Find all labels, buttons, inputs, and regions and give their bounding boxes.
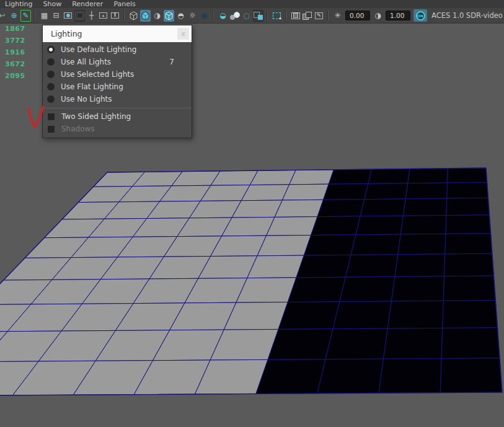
panel-menubar: LightingShowRendererPanels xyxy=(0,0,504,8)
field-chart-icon[interactable]: ┼ xyxy=(86,10,97,22)
color-management-toggle[interactable]: ON xyxy=(413,9,427,22)
lighting-dropdown-title: Lighting xyxy=(51,29,82,38)
radio-icon[interactable] xyxy=(47,95,55,103)
ssao-icon[interactable]: ◒ xyxy=(218,10,228,22)
motion-blur-icon[interactable] xyxy=(229,10,240,22)
menu-item-use-default-lighting[interactable]: Use Default Lighting xyxy=(43,43,192,56)
toolbar-separator xyxy=(266,11,269,20)
poly-count-value: 1867 xyxy=(5,23,25,35)
image-plane-icon[interactable] xyxy=(290,10,301,22)
poly-count-value: 3672 xyxy=(5,58,25,70)
menu-item-two-sided-lighting[interactable]: Two Sided Lighting xyxy=(43,110,192,123)
menu-separator xyxy=(43,108,192,108)
contrast-icon[interactable]: ◑ xyxy=(373,10,383,22)
poly-count-value: 3772 xyxy=(5,35,25,46)
pick-tool-icon[interactable]: ↩ xyxy=(0,10,7,22)
checkbox-icon[interactable] xyxy=(48,113,55,120)
use-default-material-icon[interactable] xyxy=(164,10,174,22)
wireframe-mode-icon[interactable] xyxy=(128,10,139,22)
menu-item-label: Use All Lights xyxy=(61,58,111,66)
panel-toolbar: ↩⊕✎▦⊟┼◑◓☼●◒◌✳0.00◑1.00ONACES 1.0 SDR-vid… xyxy=(0,8,504,24)
gate-mask-icon[interactable] xyxy=(74,10,85,22)
toolbar-separator xyxy=(212,11,215,20)
multisample-aa-icon[interactable] xyxy=(253,10,263,22)
zoom-track-tool-icon[interactable]: ⊕ xyxy=(9,10,19,22)
menu-show[interactable]: Show xyxy=(43,0,61,8)
menu-item-hotkey: 7 xyxy=(169,58,174,66)
menu-item-label: Two Sided Lighting xyxy=(61,112,131,121)
film-gate-icon[interactable]: ⊟ xyxy=(51,10,61,22)
lighting-dropdown: Lighting x Use Default LightingUse All L… xyxy=(42,25,192,138)
shaded-mode-icon[interactable] xyxy=(140,10,151,22)
menu-item-use-flat-lighting[interactable]: Use Flat Lighting xyxy=(43,81,192,93)
menu-item-label: Use No Lights xyxy=(61,95,112,103)
isolate-select-icon[interactable] xyxy=(272,10,282,22)
menu-item-use-selected-lights[interactable]: Use Selected Lights xyxy=(43,68,192,81)
toolbar-separator xyxy=(285,11,288,20)
lighting-dropdown-body: Use Default LightingUse All Lights7Use S… xyxy=(43,42,192,138)
menu-item-use-all-lights[interactable]: Use All Lights7 xyxy=(43,56,192,68)
gamma-field[interactable]: 1.00 xyxy=(386,11,410,20)
textured-mode-icon[interactable]: ◑ xyxy=(152,10,162,22)
dof-icon[interactable]: ◌ xyxy=(241,10,252,22)
default-lighting-icon[interactable]: ☼ xyxy=(187,10,198,22)
poly-count-hud: 18673772191636722095 xyxy=(5,23,25,82)
pencil-tool-icon[interactable]: ✎ xyxy=(20,10,31,22)
poly-count-value: 2095 xyxy=(5,70,25,82)
view-transform-label[interactable]: ACES 1.0 SDR-video (sRGB) xyxy=(431,11,504,20)
toolbar-separator xyxy=(327,11,330,20)
menu-item-label: Shadows xyxy=(61,125,95,133)
maya-viewport-panel: 18673772191636722095 LightingShowRendere… xyxy=(0,0,504,427)
exposure-field[interactable]: 0.00 xyxy=(345,11,370,20)
wireframe-on-shaded-icon[interactable]: ◓ xyxy=(175,10,186,22)
safe-title-icon[interactable] xyxy=(110,10,120,22)
safe-action-icon[interactable] xyxy=(98,10,108,22)
exposure-icon[interactable]: ✳ xyxy=(332,10,343,22)
menu-panels[interactable]: Panels xyxy=(113,0,135,8)
panel-bars: LightingShowRendererPanels ↩⊕✎▦⊟┼◑◓☼●◒◌✳… xyxy=(0,0,504,24)
menu-item-label: Use Default Lighting xyxy=(61,45,136,54)
poly-count-value: 1916 xyxy=(5,46,25,58)
radio-icon[interactable] xyxy=(47,71,55,78)
close-icon[interactable]: x xyxy=(177,28,189,40)
lighting-dropdown-header[interactable]: Lighting x xyxy=(43,25,192,42)
menu-item-use-no-lights[interactable]: Use No Lights xyxy=(43,93,192,105)
layers-icon[interactable] xyxy=(302,10,312,22)
radio-icon[interactable] xyxy=(47,83,55,90)
menu-item-label: Use Flat Lighting xyxy=(61,82,123,91)
toolbar-separator xyxy=(123,11,126,20)
toolbar-separator xyxy=(33,11,37,20)
radio-selected-icon[interactable] xyxy=(47,46,55,53)
menu-item-label: Use Selected Lights xyxy=(61,70,134,79)
resolution-gate-icon[interactable] xyxy=(63,10,73,22)
checkbox-icon xyxy=(48,126,55,133)
shadows-toggle-icon[interactable]: ● xyxy=(199,10,210,22)
menu-item-shadows: Shadows xyxy=(43,123,192,135)
menu-renderer[interactable]: Renderer xyxy=(72,0,103,8)
menu-lighting[interactable]: Lighting xyxy=(5,0,32,8)
grease-pencil-icon[interactable] xyxy=(314,10,324,22)
grid-toggle-icon[interactable]: ▦ xyxy=(39,10,50,22)
radio-icon[interactable] xyxy=(47,58,55,66)
